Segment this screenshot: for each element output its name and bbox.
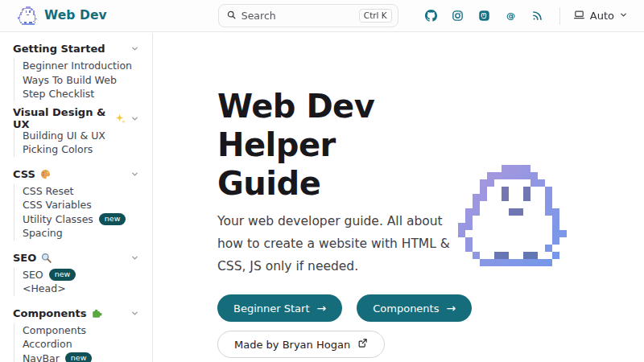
chevron-down-icon[interactable]	[130, 253, 139, 262]
threads-icon[interactable]: @	[505, 10, 517, 22]
sidebar-item-building-ui-ux[interactable]: Building UI & UX	[23, 129, 139, 143]
instagram-icon[interactable]	[452, 10, 464, 22]
sidebar-item-label: Ways To Build Web	[23, 74, 117, 86]
sidebar-item-label: Building UI & UX	[23, 130, 105, 142]
sidebar-section-components[interactable]: Components	[13, 305, 139, 322]
hero-section: Web Dev Helper Guide Your web developer …	[154, 33, 644, 362]
chevron-down-icon[interactable]	[130, 309, 139, 318]
beginner-start-button[interactable]: Beginner Start	[217, 294, 342, 322]
arrow-right-icon	[317, 302, 327, 315]
sidebar-item-label: Components	[23, 324, 86, 336]
sidebar-section-visual-design-ux[interactable]: Visual Design & UX	[13, 110, 139, 127]
sidebar-item-css-variables[interactable]: CSS Variables	[23, 198, 139, 212]
github-icon[interactable]	[425, 10, 437, 22]
external-link-icon	[357, 338, 368, 351]
svg-text:@: @	[506, 10, 515, 21]
appearance-toggle[interactable]: Auto	[573, 9, 628, 23]
palette-icon	[39, 168, 52, 180]
button-label: Components	[373, 302, 439, 315]
sidebar-item-step-checklist[interactable]: Step Checklist	[23, 87, 139, 101]
header-divider	[559, 7, 560, 25]
sidebar-section-title: CSS	[13, 168, 35, 180]
new-badge: new	[49, 269, 76, 281]
appearance-label: Auto	[590, 10, 614, 22]
puzzle-icon	[91, 307, 103, 319]
sidebar-item-seo[interactable]: SEOnew	[23, 268, 139, 282]
sidebar-item-label: Step Checklist	[23, 88, 94, 100]
sidebar-item-beginner-introduction[interactable]: Beginner Introduction	[23, 59, 139, 73]
app-header: Web Dev Search Ctrl K @ Auto	[0, 0, 644, 32]
sidebar-section-css[interactable]: CSS	[13, 166, 139, 183]
sidebar-item-picking-colors[interactable]: Picking Colors	[23, 142, 139, 157]
sidebar-item-label: Accordion	[23, 338, 72, 350]
mastodon-icon[interactable]	[478, 10, 490, 22]
sidebar-section-getting-started[interactable]: Getting Started	[13, 40, 139, 57]
sidebar-section-seo[interactable]: SEO	[13, 249, 139, 266]
made-by-bryan-hogan-button[interactable]: Made by Bryan Hogan	[217, 331, 385, 358]
sidebar-section-title: Visual Design & UX	[13, 106, 110, 130]
sidebar: Getting StartedBeginner IntroductionWays…	[0, 33, 153, 362]
button-label: Beginner Start	[233, 302, 310, 315]
sidebar-item-utility-classes[interactable]: Utility Classesnew	[23, 212, 139, 227]
sidebar-section-title: SEO	[13, 252, 36, 264]
chevron-down-icon[interactable]	[130, 44, 139, 53]
new-badge: new	[65, 352, 93, 362]
laptop-icon	[573, 9, 585, 23]
search-placeholder: Search	[242, 10, 354, 22]
hero-tagline: Your web developer guide. All about how …	[217, 210, 465, 278]
sidebar-item-navbar[interactable]: NavBarnew	[23, 352, 139, 362]
sidebar-item-label: Picking Colors	[23, 143, 93, 155]
chevron-down-icon[interactable]	[130, 114, 139, 123]
sidebar-item-label: CSS Reset	[23, 185, 74, 197]
rss-icon[interactable]	[531, 10, 543, 22]
search-shortcut-badge: Ctrl K	[359, 9, 392, 23]
search-icon	[226, 8, 237, 23]
penguin-illustration	[458, 165, 567, 266]
new-badge: new	[99, 213, 126, 225]
chevron-down-icon[interactable]	[130, 170, 139, 179]
sidebar-item-label: SEO	[23, 269, 43, 281]
penguin-logo-icon	[18, 6, 37, 24]
sidebar-item-label: NavBar	[23, 352, 60, 362]
sidebar-item-label: <Head>	[23, 282, 66, 294]
logo[interactable]: Web Dev	[18, 6, 107, 24]
sparkles-icon	[114, 113, 126, 125]
components-button[interactable]: Components	[357, 294, 472, 322]
arrow-right-icon	[446, 302, 456, 315]
sidebar-item-spacing[interactable]: Spacing	[23, 226, 139, 241]
search-input[interactable]: Search Ctrl K	[218, 4, 398, 27]
sidebar-item-accordion[interactable]: Accordion	[23, 337, 139, 352]
button-label: Made by Bryan Hogan	[234, 339, 350, 351]
social-links: @	[425, 10, 543, 22]
sidebar-section-title: Getting Started	[13, 43, 105, 55]
sidebar-item-label: Utility Classes	[23, 213, 93, 225]
site-title: Web Dev	[44, 8, 107, 23]
sidebar-item-head[interactable]: <Head>	[23, 282, 139, 296]
sidebar-item-css-reset[interactable]: CSS Reset	[23, 184, 139, 199]
sidebar-item-label: CSS Variables	[23, 199, 92, 211]
sidebar-item-ways-to-build-web[interactable]: Ways To Build Web	[23, 73, 139, 88]
sidebar-item-label: Spacing	[23, 227, 63, 239]
main-content: Web Dev Helper Guide Your web developer …	[154, 33, 644, 362]
sidebar-item-components[interactable]: Components	[23, 323, 139, 338]
magnifier-icon	[40, 252, 52, 264]
sidebar-section-title: Components	[13, 307, 87, 319]
sidebar-item-label: Beginner Introduction	[23, 60, 132, 72]
chevron-down-icon	[619, 10, 628, 22]
page-title: Web Dev Helper Guide	[217, 87, 407, 203]
